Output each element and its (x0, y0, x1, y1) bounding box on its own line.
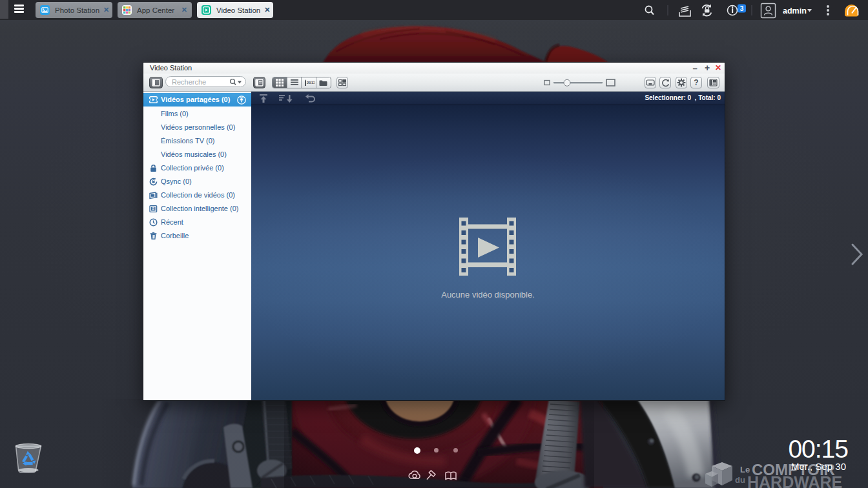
svg-text:2013: 2013 (307, 81, 315, 85)
svg-text:S: S (152, 207, 154, 210)
svg-text:3: 3 (740, 5, 744, 12)
svg-text:admin: admin (783, 6, 807, 15)
